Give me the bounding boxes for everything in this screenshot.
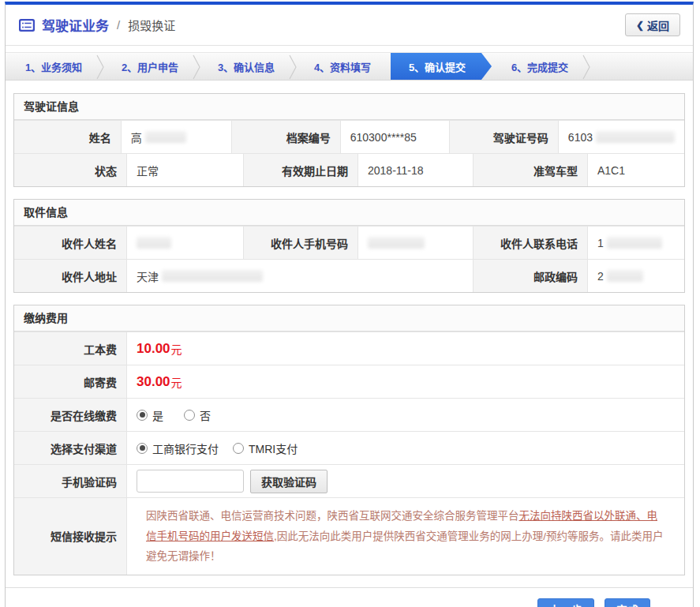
redacted-value (607, 237, 662, 249)
table-row: 状态 正常 有效期止日期 2018-11-18 准驾车型 A1C1 (14, 153, 684, 186)
vehicle-class-label: 准驾车型 (473, 154, 587, 186)
production-fee-value: 10.00 元 (126, 332, 684, 365)
production-fee-amount: 10.00 (137, 341, 170, 357)
page-title: 驾驶证业务 (42, 15, 109, 35)
channel-icbc-label: 工商银行支付 (152, 440, 219, 456)
payment-section-title: 缴纳费用 (14, 305, 684, 332)
sms-code-field: 获取验证码 (126, 465, 684, 497)
sms-code-input[interactable] (137, 470, 244, 493)
production-fee-unit: 元 (171, 341, 182, 357)
radio-unselected-icon (184, 410, 195, 421)
step-6-finish-submit[interactable]: 6、完成提交 (492, 53, 588, 80)
recipient-mobile-label: 收件人手机号码 (243, 227, 357, 259)
notice-part1: 因陕西省联通、电信运营商技术问题，陕西省互联网交通安全综合服务管理平台 (146, 510, 519, 522)
name-value-text: 高 (131, 129, 142, 145)
production-fee-label: 工本费 (14, 332, 126, 365)
step-separator-chevron-icon (288, 53, 298, 81)
redacted-value (607, 270, 643, 282)
get-sms-code-button[interactable]: 获取验证码 (250, 470, 328, 493)
table-row: 短信接收提示 因陕西省联通、电信运营商技术问题，陕西省互联网交通安全综合服务管理… (14, 497, 684, 575)
pickup-info-section: 取件信息 收件人姓名 收件人手机号码 收件人联系电话 1 收件人地址 (13, 199, 685, 293)
step-label: 1、业务须知 (25, 59, 82, 74)
online-pay-no-label: 否 (200, 407, 211, 423)
file-number-value: 610300****85 (340, 121, 450, 153)
redacted-value (137, 237, 171, 249)
recipient-name-value (126, 227, 243, 259)
valid-until-value: 2018-11-18 (357, 154, 473, 186)
sms-notice-value: 因陕西省联通、电信运营商技术问题，陕西省互联网交通安全综合服务管理平台无法向持陕… (126, 498, 684, 575)
radio-selected-icon (137, 443, 148, 454)
step-1-business-notice[interactable]: 1、业务须知 (6, 53, 102, 80)
status-value: 正常 (126, 154, 243, 186)
step-label: 4、资料填写 (314, 59, 371, 74)
postal-code-text: 2 (597, 270, 604, 283)
step-label: 2、用户申告 (122, 59, 178, 74)
redacted-value (162, 270, 263, 282)
payment-section: 缴纳费用 工本费 10.00 元 邮寄费 30.00 元 是否在线缴费 (13, 305, 685, 575)
online-pay-yes-label: 是 (152, 407, 163, 423)
sms-notice-label: 短信接收提示 (14, 498, 126, 575)
recipient-mobile-value (357, 227, 473, 259)
recipient-address-value: 天津 (126, 260, 473, 292)
footer-actions: 上一步 完成 (6, 587, 693, 607)
breadcrumb-separator: / (117, 18, 120, 32)
step-progress-bar: 1、业务须知 2、用户申告 3、确认信息 4、资料填写 5、确认提交 6、完成提… (6, 52, 693, 81)
page-header: 驾驶证业务 / 损毁换证 ❮ 返回 (6, 5, 693, 46)
redacted-value (368, 237, 425, 249)
license-list-icon (18, 18, 36, 32)
previous-step-button[interactable]: 上一步 (537, 598, 594, 607)
radio-selected-icon (137, 410, 148, 421)
step-separator-chevron-icon (95, 53, 105, 81)
finish-button[interactable]: 完成 (605, 598, 650, 607)
step-label: 3、确认信息 (218, 59, 275, 74)
channel-icbc-radio[interactable]: 工商银行支付 (137, 440, 219, 456)
table-row: 收件人姓名 收件人手机号码 收件人联系电话 1 (14, 226, 684, 259)
payment-channel-label: 选择支付渠道 (14, 432, 126, 464)
page-container: 驾驶证业务 / 损毁换证 ❮ 返回 1、业务须知 2、用户申告 3、确认信息 4… (5, 2, 694, 607)
sms-notice-text: 因陕西省联通、电信运营商技术问题，陕西省互联网交通安全综合服务管理平台无法向持陕… (137, 498, 675, 575)
table-row: 选择支付渠道 工商银行支付 TMRI支付 (14, 431, 684, 464)
channel-tmri-label: TMRI支付 (249, 440, 298, 456)
table-row: 收件人地址 天津 邮政编码 2 (14, 259, 684, 292)
license-number-label: 驾驶证号码 (449, 121, 558, 153)
table-row: 姓名 高 档案编号 610300****85 驾驶证号码 6103 (14, 120, 684, 153)
name-label: 姓名 (14, 121, 121, 153)
postage-fee-value: 30.00 元 (126, 365, 684, 398)
chevron-left-icon: ❮ (636, 20, 644, 31)
table-row: 手机验证码 获取验证码 (14, 464, 684, 497)
step-3-confirm-info[interactable]: 3、确认信息 (198, 53, 294, 80)
file-number-label: 档案编号 (231, 121, 340, 153)
step-separator-chevron-icon (582, 53, 591, 81)
status-label: 状态 (14, 154, 126, 186)
table-row: 工本费 10.00 元 (14, 332, 684, 365)
postal-code-label: 邮政编码 (473, 260, 587, 292)
recipient-name-label: 收件人姓名 (14, 227, 126, 259)
step-5-confirm-submit[interactable]: 5、确认提交 (391, 53, 492, 80)
radio-unselected-icon (233, 443, 244, 454)
main-content: 驾驶证信息 姓名 高 档案编号 610300****85 驾驶证号码 6103 … (6, 81, 693, 575)
step-2-user-declaration[interactable]: 2、用户申告 (102, 53, 198, 80)
breadcrumb: 驾驶证业务 / 损毁换证 (18, 15, 625, 35)
back-button[interactable]: ❮ 返回 (625, 13, 680, 36)
recipient-phone-value: 1 (587, 227, 684, 259)
step-label: 5、确认提交 (409, 59, 466, 74)
license-number-value: 6103 (558, 121, 684, 153)
name-value: 高 (121, 121, 231, 153)
page-subtitle: 损毁换证 (128, 17, 175, 33)
postage-fee-amount: 30.00 (137, 374, 170, 390)
vehicle-class-value: A1C1 (587, 154, 684, 186)
recipient-phone-text: 1 (597, 237, 604, 249)
back-button-label: 返回 (647, 17, 669, 33)
license-number-text: 6103 (568, 131, 593, 144)
online-pay-yes-radio[interactable]: 是 (137, 407, 163, 423)
recipient-address-text: 天津 (137, 268, 159, 284)
recipient-phone-label: 收件人联系电话 (473, 227, 587, 259)
online-pay-no-radio[interactable]: 否 (184, 407, 211, 423)
recipient-address-label: 收件人地址 (14, 260, 126, 292)
sms-code-label: 手机验证码 (14, 465, 126, 497)
postal-code-value: 2 (587, 260, 684, 292)
license-section-title: 驾驶证信息 (14, 94, 684, 120)
step-bar-filler (588, 53, 693, 80)
channel-tmri-radio[interactable]: TMRI支付 (233, 440, 298, 456)
step-4-fill-materials[interactable]: 4、资料填写 (294, 53, 391, 80)
